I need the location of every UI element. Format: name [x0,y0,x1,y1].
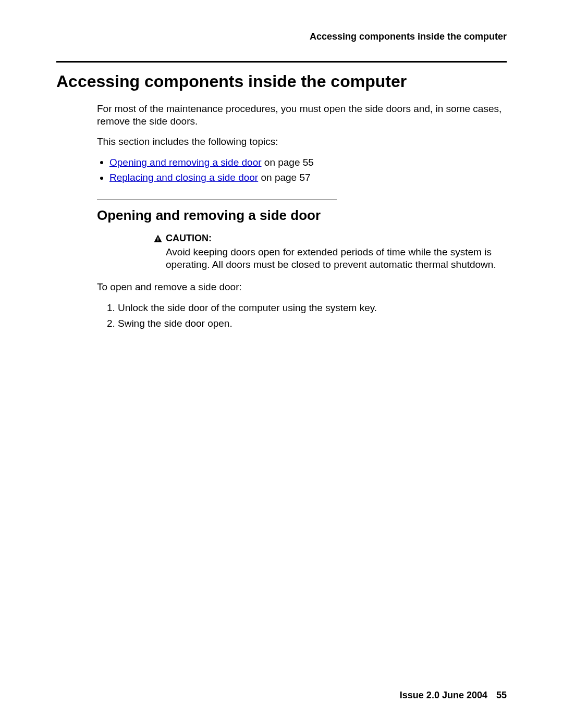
svg-rect-0 [157,237,158,240]
warning-icon [153,234,163,243]
caution-label: CAUTION: [166,233,212,244]
procedure-lead: To open and remove a side door: [97,281,507,293]
intro-paragraph: For most of the maintenance procedures, … [97,103,507,128]
content-area: Accessing components inside the computer… [56,68,507,331]
section-heading: Opening and removing a side door [97,207,507,224]
header-rule [56,61,507,63]
footer-page-number: 55 [496,690,507,700]
topic-item: Replacing and closing a side door on pag… [97,170,507,185]
topic-suffix: on page 55 [262,157,314,168]
caution-heading: CAUTION: [153,233,507,244]
section-divider [97,200,337,200]
topics-intro: This section includes the following topi… [97,135,507,148]
page-title: Accessing components inside the computer [56,72,507,91]
page-footer: Issue 2.0 June 2004 55 [400,690,507,701]
topic-link-opening[interactable]: Opening and removing a side door [109,157,262,168]
topics-list: Opening and removing a side door on page… [97,155,507,185]
document-page: Accessing components inside the computer… [0,0,563,728]
running-header: Accessing components inside the computer [310,31,507,42]
footer-issue: Issue 2.0 June 2004 [400,690,487,700]
intro-block: For most of the maintenance procedures, … [97,103,507,330]
step-item: Unlock the side door of the computer usi… [118,301,507,315]
steps-list: Unlock the side door of the computer usi… [97,301,507,330]
topic-item: Opening and removing a side door on page… [97,155,507,170]
topic-suffix: on page 57 [258,172,310,183]
caution-block: CAUTION: Avoid keeping doors open for ex… [153,233,507,272]
svg-rect-1 [157,240,158,241]
step-item: Swing the side door open. [118,316,507,331]
topic-link-replacing[interactable]: Replacing and closing a side door [109,172,258,183]
caution-text: Avoid keeping doors open for extended pe… [166,246,507,272]
